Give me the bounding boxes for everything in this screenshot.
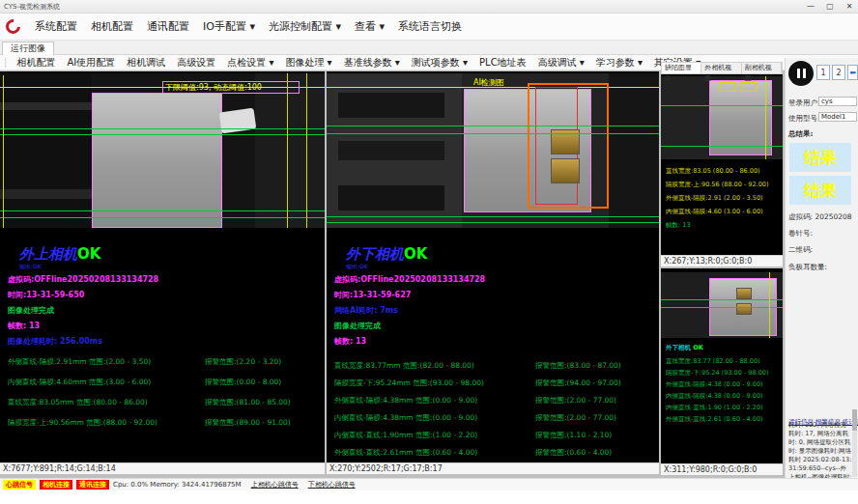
login-user-input[interactable] bbox=[818, 97, 857, 106]
left-pixel-coords: X:7677;Y:891;R:14;G:14;B:14 bbox=[0, 462, 325, 474]
model-input[interactable] bbox=[818, 112, 857, 122]
maximize-icon[interactable]: ▢ bbox=[823, 0, 837, 14]
log-scrollbar[interactable] bbox=[852, 409, 857, 477]
qr-label: 二维码: bbox=[788, 245, 813, 255]
center-alarm-row: 报警范围:(83.00 - 87.00) bbox=[535, 361, 621, 371]
reel-label: 卷针号: bbox=[788, 229, 813, 238]
left-alarm-row: 报警范围:(2.20 - 3.20) bbox=[205, 357, 281, 367]
upper-camera-heartbeat-link[interactable]: 上相机心跳信号 bbox=[251, 480, 299, 490]
result-box-2: 结果 bbox=[789, 176, 851, 205]
neg-tab-count-label: 负极耳数量: bbox=[788, 263, 827, 272]
menu-comm-config[interactable]: 通讯配置 bbox=[140, 14, 196, 40]
left-measure-row: 内侧直线-隔膜:4.60mm 范围:(3.00 - 6.00) bbox=[8, 378, 151, 387]
left-status-ok: OK bbox=[77, 245, 100, 263]
center-alarm-row: 报警范围:(94.00 - 97.00) bbox=[535, 378, 621, 388]
center-ai-time: 网络AI耗时: 7ms bbox=[334, 305, 398, 316]
center-status-ok: OK bbox=[404, 245, 427, 263]
small1-line: 直线宽度:83.05 (80.00 - 86.00) bbox=[666, 167, 760, 176]
small-view-2: 外下相机 OK 直线宽度:83.77 (82.00 - 88.00) 隔膜宽度-… bbox=[661, 268, 783, 475]
center-output-line: 输出:OK bbox=[346, 263, 368, 271]
menu-language-switch[interactable]: 系统语言切换 bbox=[391, 14, 469, 40]
left-time: 时间:13-31-59-650 bbox=[8, 290, 84, 300]
small2-line: 内侧直线-隔膜:4.38 (0.00 - 9.00) bbox=[666, 392, 763, 401]
menu-view[interactable]: 查看 ▾ bbox=[348, 14, 391, 40]
left-measure-row: 隔膜宽度-上:90.56mm 范围:(88.00 - 92.00) bbox=[8, 418, 157, 428]
left-camera-title: 外上相机OK bbox=[19, 245, 100, 264]
left-camera-image[interactable]: 下限阈值:93, 动态阈值:100 bbox=[0, 73, 325, 228]
tb-plc-table[interactable]: PLC地址表 bbox=[473, 55, 532, 70]
left-output-line: 输出:OK bbox=[19, 263, 42, 271]
minimize-icon[interactable]: — bbox=[804, 0, 817, 14]
tb-camera-debug[interactable]: 相机调试 bbox=[121, 55, 171, 70]
tb-baseline-params[interactable]: 基准线参数 ▾ bbox=[338, 55, 406, 70]
left-alarm-row: 报警范围:(89.00 - 91.00) bbox=[205, 418, 291, 428]
small2-line: 外侧直线-隔膜:4.38 (0.00 - 9.00) bbox=[666, 380, 763, 389]
cpu-memory-text: Cpu: 0.0% Memory: 3424.41796875M bbox=[113, 481, 242, 489]
center-pixel-coords: X:270;Y:2502;R:17;G:17;B:17 bbox=[327, 462, 659, 474]
window-controls: — ▢ ✕ bbox=[804, 0, 856, 14]
tab-outer-camera-view[interactable]: 外相机视图 bbox=[701, 63, 741, 73]
small-view-2-image[interactable] bbox=[661, 272, 783, 338]
center-camera-image[interactable]: AI检测图 bbox=[327, 73, 659, 228]
center-measure-row: 隔膜宽度-下:95.24mm 范围:(93.00 - 98.00) bbox=[334, 378, 484, 388]
tab-run-image[interactable]: 运行图像 bbox=[2, 42, 54, 55]
small1-line: 隔膜宽度-上:90.56 (88.00 - 92.00) bbox=[666, 181, 768, 189]
tb-advanced-settings[interactable]: 高级设置 bbox=[171, 55, 221, 70]
small-view-1-image[interactable] bbox=[661, 76, 783, 159]
left-frame-count: 帧数: 13 bbox=[8, 321, 40, 331]
left-alarm-row: 报警范围:(81.00 - 85.00) bbox=[205, 398, 291, 407]
total-result-label: 总结果: bbox=[788, 129, 814, 139]
menu-io-config[interactable]: IO手配置 ▾ bbox=[196, 14, 262, 40]
center-measure-row: 外侧直线-隔膜:4.38mm 范围:(0.00 - 9.00) bbox=[334, 396, 477, 406]
tb-spot-check[interactable]: 点检设置 ▾ bbox=[221, 55, 279, 70]
tb-learn-params[interactable]: 学习参数 ▾ bbox=[590, 55, 648, 70]
small1-line: 帧数: 13 bbox=[666, 221, 691, 230]
small1-line: 外侧直线-隔膜:2.91 (2.00 - 3.50) bbox=[666, 194, 763, 203]
heartbeat-badge: 心跳信号 bbox=[3, 480, 36, 490]
camera-2-button[interactable]: 2 bbox=[832, 65, 845, 80]
tb-advanced-debug[interactable]: 高级调试 ▾ bbox=[532, 55, 590, 70]
center-measure-row: 直线宽度:83.77mm 范围:(82.00 - 88.00) bbox=[334, 361, 474, 371]
center-camera-title: 外下相机OK bbox=[346, 245, 427, 264]
small2-line: 直线宽度:83.77 (82.00 - 88.00) bbox=[666, 357, 760, 366]
left-barcode: 虚拟码:OFFline20250208133134728 bbox=[8, 274, 158, 285]
camera-1-button[interactable]: 1 bbox=[816, 65, 830, 80]
model-label: 使用型号: bbox=[788, 114, 820, 124]
lower-camera-heartbeat-link[interactable]: 下相机心跳信号 bbox=[308, 480, 356, 490]
center-measure-row: 内侧直线-隔膜:4.38mm 范围:(0.00 - 9.00) bbox=[334, 413, 477, 423]
barcode-label: 虚拟码: 20250208 bbox=[788, 212, 852, 222]
menu-system-config[interactable]: 系统配置 bbox=[28, 14, 84, 40]
tab-sub-camera-view[interactable]: 副相机视图 bbox=[742, 63, 782, 73]
tab-defect-display[interactable]: 缺陷图显示 bbox=[662, 63, 701, 73]
tb-test-params[interactable]: 测试项参数 ▾ bbox=[406, 55, 473, 70]
center-camera-view: AI检测图 外下相机OK 输出:OK 虚拟码:OFFline2025020813… bbox=[327, 71, 659, 474]
center-alarm-row: 报警范围:(2.00 - 77.00) bbox=[535, 396, 616, 406]
result-box-1: 结果 bbox=[789, 143, 851, 172]
small2-pixel-coords: X:311;Y:980;R:0;G:0;B:0 bbox=[661, 463, 783, 475]
small2-camera-title: 外下相机 OK bbox=[666, 344, 703, 352]
left-camera-view: 下限阈值:93, 动态阈值:100 外上相机OK 输出:OK 虚拟码:OFFli… bbox=[0, 71, 325, 474]
close-icon[interactable]: ✕ bbox=[843, 0, 856, 14]
center-frame-count: 帧数: 13 bbox=[334, 336, 366, 347]
toolbar-grip-icon: ┆ bbox=[0, 58, 11, 68]
status-bar: 心跳信号 相机连接 通讯连接 Cpu: 0.0% Memory: 3424.41… bbox=[0, 478, 858, 490]
left-measure-row: 外侧直线-隔膜:2.91mm 范围:(2.00 - 3.50) bbox=[8, 357, 151, 367]
left-process-time: 图像处理耗时: 256.00ms bbox=[8, 336, 102, 347]
window-title: CYS-视觉检测系统 bbox=[4, 3, 60, 11]
menu-camera-config[interactable]: 相机配置 bbox=[84, 14, 140, 40]
tab-row: 运行图像 bbox=[0, 41, 858, 55]
left-measure-row: 直线宽度:83.05mm 范围:(80.00 - 86.00) bbox=[8, 398, 148, 407]
center-measure-row: 外侧直线-直线:2.61mm 范围:(0.60 - 4.00) bbox=[334, 448, 477, 458]
tb-ai-config[interactable]: AI使用配置 bbox=[61, 55, 121, 70]
login-user-label: 登录用户: bbox=[788, 98, 820, 108]
tb-image-process[interactable]: 图像处理 ▾ bbox=[279, 55, 337, 70]
main-area: 下限阈值:93, 动态阈值:100 外上相机OK 输出:OK 虚拟码:OFFli… bbox=[0, 70, 858, 478]
center-time: 时间:13-31-59-627 bbox=[334, 290, 411, 300]
menu-light-config[interactable]: 光源控制配置 ▾ bbox=[262, 14, 348, 40]
menu-bar: 系统配置 相机配置 通讯配置 IO手配置 ▾ 光源控制配置 ▾ 查看 ▾ 系统语… bbox=[0, 14, 858, 41]
tb-camera-config[interactable]: 相机配置 bbox=[11, 55, 61, 70]
small1-pixel-coords: X:267;Y:13;R:0;G:0;B:0 bbox=[661, 255, 783, 266]
center-alarm-row: 报警范围:(2.00 - 77.00) bbox=[535, 413, 616, 423]
pause-button[interactable] bbox=[788, 61, 814, 86]
back-arrow-button[interactable]: ⬅ bbox=[847, 65, 858, 80]
